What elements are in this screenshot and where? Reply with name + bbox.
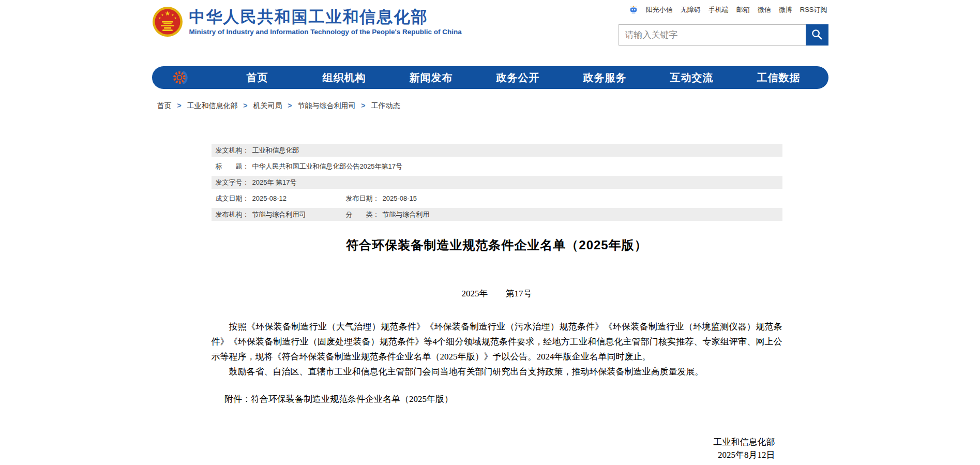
- nav-item-news[interactable]: 新闻发布: [388, 71, 475, 85]
- breadcrumb-departments[interactable]: 机关司局: [253, 101, 282, 110]
- nav-item-organization[interactable]: 组织机构: [301, 71, 388, 85]
- site-brand[interactable]: 中华人民共和国工业和信息化部 Ministry of Industry and …: [152, 6, 462, 37]
- breadcrumb-energy-dept[interactable]: 节能与综合利用司: [297, 101, 355, 110]
- article-paragraph: 鼓励各省、自治区、直辖市工业和信息化主管部门会同当地有关部门研究出台支持政策，推…: [212, 364, 782, 379]
- breadcrumb-work-updates[interactable]: 工作动态: [371, 101, 400, 110]
- breadcrumb-separator: >: [177, 101, 181, 110]
- signature-date: 2025年8月12日: [212, 448, 775, 461]
- utility-link-mail[interactable]: 邮箱: [736, 5, 750, 14]
- meta-row-dates: 成文日期：2025-08-12 发布日期：2025-08-15: [212, 192, 782, 205]
- search-input[interactable]: [619, 24, 806, 46]
- breadcrumb-separator: >: [361, 101, 365, 110]
- nav-item-home[interactable]: 首页: [214, 71, 301, 85]
- meta-value: 工业和信息化部: [252, 146, 299, 154]
- utility-link-weibo[interactable]: 微博: [779, 5, 792, 14]
- site-title-cn: 中华人民共和国工业和信息化部: [189, 8, 462, 26]
- meta-label: 标 题：: [216, 162, 249, 170]
- document-meta-table: 发文机构：工业和信息化部 标 题：中华人民共和国工业和信息化部公告2025年第1…: [212, 144, 782, 221]
- breadcrumb-separator: >: [288, 101, 292, 110]
- national-emblem-icon: [152, 6, 183, 37]
- meta-label: 发布日期：: [346, 194, 380, 202]
- signature-org: 工业和信息化部: [212, 436, 775, 448]
- meta-value: 中华人民共和国工业和信息化部公告2025年第17号: [252, 162, 402, 170]
- utility-link-mobile[interactable]: 手机端: [708, 5, 729, 14]
- attachment-link[interactable]: 附件：符合环保装备制造业规范条件企业名单（2025年版）: [212, 392, 782, 407]
- meta-value: 2025-08-12: [252, 194, 287, 202]
- meta-row-issuing-agency: 发文机构：工业和信息化部: [212, 144, 782, 157]
- breadcrumb-home[interactable]: 首页: [157, 101, 172, 110]
- signature-block: 工业和信息化部 2025年8月12日: [212, 436, 782, 461]
- brand-text: 中华人民共和国工业和信息化部 Ministry of Industry and …: [189, 8, 462, 36]
- main-nav: 首页 组织机构 新闻发布 政务公开 政务服务 互动交流 工信数据: [152, 66, 828, 89]
- chatbot-icon[interactable]: [629, 5, 638, 14]
- nav-item-gov-disclosure[interactable]: 政务公开: [475, 71, 562, 85]
- utility-links: 阳光小信 无障碍 手机端 邮箱 微信 微博 RSS订阅: [629, 5, 827, 14]
- document-area: 发文机构：工业和信息化部 标 题：中华人民共和国工业和信息化部公告2025年第1…: [212, 144, 782, 461]
- meta-row-publisher-category: 发布机构：节能与综合利用司 分 类：节能与综合利用: [212, 208, 782, 221]
- utility-link-accessibility[interactable]: 无障碍: [681, 5, 701, 14]
- nav-item-miit-data[interactable]: 工信数据: [735, 71, 822, 85]
- meta-value: 节能与综合利用: [383, 211, 430, 218]
- meta-cell-publish-date: 发布日期：2025-08-15: [346, 192, 417, 205]
- page-wrapper: 中华人民共和国工业和信息化部 Ministry of Industry and …: [152, 0, 828, 465]
- meta-value: 2025-08-15: [383, 194, 417, 202]
- meta-label: 发布机构：: [216, 211, 249, 218]
- utility-link-sunshine[interactable]: 阳光小信: [646, 5, 673, 14]
- nav-item-gov-services[interactable]: 政务服务: [562, 71, 649, 85]
- meta-value: 2025年 第17号: [252, 178, 297, 186]
- nav-item-interaction[interactable]: 互动交流: [649, 71, 735, 85]
- search-button[interactable]: [806, 24, 828, 46]
- breadcrumb: 首页 > 工业和信息化部 > 机关司局 > 节能与综合利用司 > 工作动态: [157, 101, 400, 111]
- breadcrumb-separator: >: [243, 101, 247, 110]
- search-icon: [811, 28, 823, 42]
- meta-row-title: 标 题：中华人民共和国工业和信息化部公告2025年第17号: [212, 160, 782, 173]
- article-paragraph: 按照《环保装备制造行业（大气治理）规范条件》《环保装备制造行业（污水治理）规范条…: [212, 319, 782, 364]
- article-doc-number: 2025年 第17号: [212, 288, 782, 299]
- article-title: 符合环保装备制造业规范条件企业名单（2025年版）: [212, 237, 782, 253]
- meta-cell-category: 分 类：节能与综合利用: [346, 208, 430, 221]
- utility-link-wechat[interactable]: 微信: [758, 5, 771, 14]
- meta-label: 发文字号：: [216, 178, 249, 186]
- search-bar: [619, 24, 828, 46]
- site-title-en: Ministry of Industry and Information Tec…: [189, 28, 462, 36]
- nav-items: 首页 组织机构 新闻发布 政务公开 政务服务 互动交流 工信数据: [214, 71, 822, 85]
- miit-logo-icon: [172, 68, 190, 87]
- meta-label: 成文日期：: [216, 194, 249, 202]
- meta-value: 节能与综合利用司: [252, 211, 306, 218]
- meta-row-doc-number: 发文字号：2025年 第17号: [212, 176, 782, 189]
- breadcrumb-miit[interactable]: 工业和信息化部: [187, 101, 237, 110]
- utility-link-rss[interactable]: RSS订阅: [800, 5, 827, 14]
- meta-label: 分 类：: [346, 211, 380, 218]
- meta-label: 发文机构：: [216, 146, 249, 154]
